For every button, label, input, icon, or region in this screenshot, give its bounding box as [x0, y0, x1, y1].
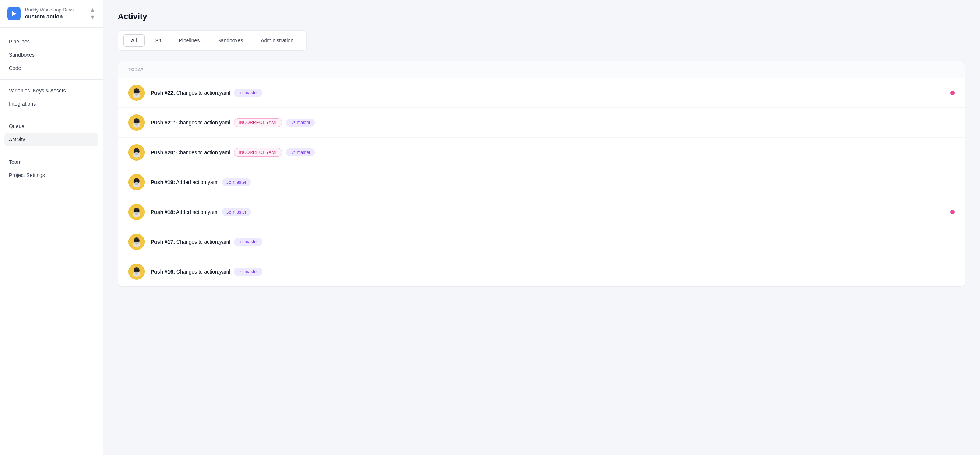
- nav-divider-2: [0, 115, 103, 115]
- sidebar: Buddy Workshop Devs custom-action ▲ ▼ Pi…: [0, 0, 103, 455]
- avatar: [129, 204, 145, 220]
- svg-rect-17: [134, 151, 136, 152]
- svg-rect-46: [137, 270, 139, 271]
- svg-point-14: [135, 123, 138, 126]
- svg-point-28: [135, 183, 138, 185]
- activity-item-push-20[interactable]: Push #20: Changes to action.yaml INCORRE…: [118, 138, 965, 167]
- svg-rect-45: [134, 270, 136, 271]
- svg-rect-39: [137, 240, 139, 242]
- branch-icon: ⎇: [226, 180, 231, 185]
- activity-text: Push #16: Changes to action.yaml: [151, 269, 230, 275]
- sidebar-item-project-settings[interactable]: Project Settings: [0, 169, 103, 182]
- activity-item-push-18[interactable]: Push #18: Added action.yaml ⎇ master: [118, 197, 965, 227]
- branch-icon: ⎇: [226, 210, 231, 215]
- avatar: [129, 174, 145, 190]
- tab-administration[interactable]: Administration: [253, 34, 301, 47]
- sidebar-item-team[interactable]: Team: [0, 155, 103, 169]
- activity-item-push-21[interactable]: Push #21: Changes to action.yaml INCORRE…: [118, 108, 965, 138]
- sidebar-item-sandboxes[interactable]: Sandboxes: [0, 48, 103, 62]
- activity-info: Push #17: Changes to action.yaml ⎇ maste…: [151, 238, 955, 246]
- svg-point-7: [135, 93, 138, 96]
- sidebar-header: Buddy Workshop Devs custom-action ▲ ▼: [0, 0, 103, 28]
- svg-rect-18: [137, 151, 139, 152]
- svg-rect-4: [137, 91, 139, 92]
- activity-text: Push #20: Changes to action.yaml: [151, 150, 230, 155]
- svg-marker-0: [12, 11, 17, 16]
- branch-icon: ⎇: [291, 150, 295, 155]
- nav-divider-3: [0, 151, 103, 151]
- activity-info: Push #22: Changes to action.yaml ⎇ maste…: [151, 89, 944, 97]
- sidebar-item-integrations[interactable]: Integrations: [0, 97, 103, 110]
- activity-item-push-17[interactable]: Push #17: Changes to action.yaml ⎇ maste…: [118, 227, 965, 257]
- workspace-info: Buddy Workshop Devs custom-action: [25, 7, 85, 20]
- branch-badge: ⎇ master: [234, 89, 262, 97]
- activity-list: TODAY: [118, 61, 965, 287]
- activity-text: Push #21: Changes to action.yaml: [151, 119, 230, 126]
- dot-indicator: [950, 91, 955, 95]
- svg-rect-25: [137, 180, 139, 182]
- branch-badge: ⎇ master: [222, 208, 251, 216]
- tab-sandboxes[interactable]: Sandboxes: [210, 34, 251, 47]
- sidebar-item-queue[interactable]: Queue: [0, 119, 103, 133]
- branch-icon: ⎇: [238, 269, 243, 274]
- branch-icon: ⎇: [238, 240, 243, 245]
- page-title: Activity: [118, 12, 965, 21]
- svg-rect-24: [134, 180, 136, 182]
- workspace-switcher[interactable]: ▲ ▼: [89, 6, 95, 21]
- sidebar-item-variables[interactable]: Variables, Keys & Assets: [0, 84, 103, 97]
- avatar: [129, 144, 145, 161]
- svg-rect-11: [137, 121, 139, 122]
- nav-divider-1: [0, 79, 103, 80]
- buddy-logo: [7, 7, 21, 20]
- activity-info: Push #18: Added action.yaml ⎇ master: [151, 208, 944, 216]
- branch-badge: ⎇ master: [286, 119, 315, 127]
- main-content: Activity All Git Pipelines Sandboxes Adm…: [103, 0, 980, 455]
- activity-text: Push #22: Changes to action.yaml: [151, 90, 230, 96]
- svg-point-21: [135, 153, 138, 155]
- activity-item-push-19[interactable]: Push #19: Added action.yaml ⎇ master: [118, 167, 965, 197]
- activity-info: Push #21: Changes to action.yaml INCORRE…: [151, 118, 955, 127]
- activity-item-push-22[interactable]: Push #22: Changes to action.yaml ⎇ maste…: [118, 78, 965, 108]
- tab-git[interactable]: Git: [147, 34, 169, 47]
- sidebar-item-code[interactable]: Code: [0, 62, 103, 75]
- svg-rect-10: [134, 121, 136, 122]
- svg-point-42: [135, 242, 138, 245]
- branch-badge: ⎇ master: [234, 267, 262, 276]
- activity-text: Push #17: Changes to action.yaml: [151, 239, 230, 245]
- svg-point-35: [135, 212, 138, 215]
- workspace-name: Buddy Workshop Devs: [25, 7, 85, 13]
- section-today-label: TODAY: [118, 62, 965, 78]
- activity-info: Push #20: Changes to action.yaml INCORRE…: [151, 148, 955, 157]
- activity-info: Push #16: Changes to action.yaml ⎇ maste…: [151, 267, 955, 276]
- sidebar-nav: Pipelines Sandboxes Code Variables, Keys…: [0, 28, 103, 189]
- error-badge: INCORRECT YAML: [234, 148, 282, 157]
- filter-tabs: All Git Pipelines Sandboxes Administrati…: [118, 30, 307, 51]
- svg-rect-38: [134, 240, 136, 242]
- branch-icon: ⎇: [238, 91, 243, 95]
- project-name: custom-action: [25, 13, 85, 20]
- activity-items-wrapper: Push #22: Changes to action.yaml ⎇ maste…: [118, 78, 965, 286]
- branch-badge: ⎇ master: [286, 148, 315, 156]
- svg-rect-32: [137, 210, 139, 212]
- branch-badge: ⎇ master: [222, 178, 251, 186]
- sidebar-item-pipelines[interactable]: Pipelines: [0, 35, 103, 48]
- avatar: [129, 234, 145, 250]
- activity-item-push-16[interactable]: Push #16: Changes to action.yaml ⎇ maste…: [118, 257, 965, 286]
- activity-text: Push #19: Added action.yaml: [151, 179, 218, 185]
- tab-pipelines[interactable]: Pipelines: [171, 34, 207, 47]
- tab-all[interactable]: All: [123, 34, 145, 47]
- avatar: [129, 85, 145, 101]
- svg-rect-31: [134, 210, 136, 212]
- activity-text: Push #18: Added action.yaml: [151, 209, 218, 215]
- avatar: [129, 264, 145, 280]
- svg-point-49: [135, 272, 138, 275]
- sidebar-item-activity[interactable]: Activity: [5, 133, 98, 146]
- branch-badge: ⎇ master: [234, 238, 262, 246]
- dot-indicator: [950, 210, 955, 214]
- activity-info: Push #19: Added action.yaml ⎇ master: [151, 178, 955, 186]
- svg-rect-3: [134, 91, 136, 92]
- branch-icon: ⎇: [291, 120, 295, 125]
- error-badge: INCORRECT YAML: [234, 118, 282, 127]
- avatar: [129, 115, 145, 131]
